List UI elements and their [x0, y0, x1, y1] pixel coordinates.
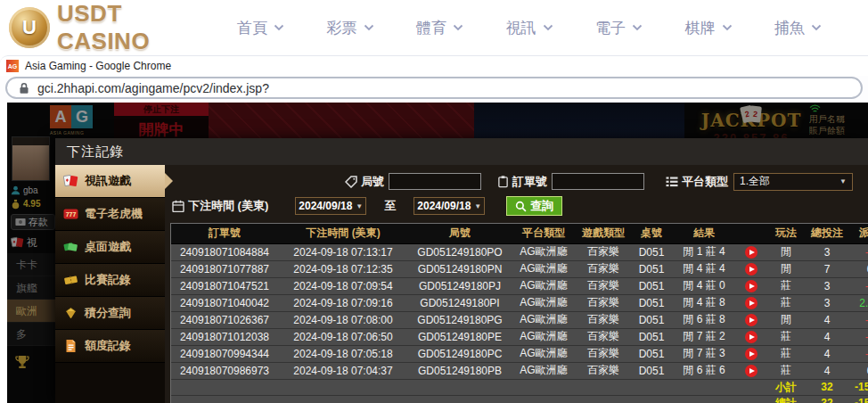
sidebar-item-label: 視訊遊戲: [85, 173, 131, 189]
chevron-down-icon: [632, 24, 643, 31]
modal-side-menu: 視訊遊戲777電子老虎機桌面遊戲比賽記錄積分查詢額度記錄: [55, 165, 165, 403]
logo-monogram: U: [22, 16, 37, 39]
nav-item-label: 體育: [416, 18, 446, 38]
browser-viewport: A G ASIA GAMING 停止下注 開牌中 22 JACKPOT 220,…: [0, 103, 868, 403]
table-row: 2409180709943442024-09-18 07:05:18GD0512…: [171, 345, 868, 362]
chevron-down-icon: [722, 24, 733, 31]
play-icon: [749, 317, 755, 323]
chevron-down-icon: [364, 24, 374, 31]
search-button[interactable]: 查詢: [506, 196, 562, 216]
nav-item-4[interactable]: 電子: [595, 18, 643, 38]
sidebar-item-label: 積分查詢: [85, 305, 131, 321]
round-label: 局號: [345, 174, 384, 190]
sidebar-item-label: 額度記錄: [85, 338, 131, 354]
column-header-10: 派彩: [848, 224, 868, 243]
modal-title: 下注記錄: [55, 138, 868, 165]
subtotal-row: 小計32-15.1520.85: [171, 379, 868, 395]
nav-item-0[interactable]: 首頁: [237, 18, 284, 38]
bet-time-label: 下注時間 (美東): [172, 198, 268, 214]
chevron-down-icon: [453, 24, 463, 31]
nav-item-2[interactable]: 體育: [416, 18, 463, 38]
play-icon: [749, 368, 755, 374]
betting-records-modal: 下注記錄 視訊遊戲777電子老虎機桌面遊戲比賽記錄積分查詢額度記錄 局號: [55, 138, 868, 403]
sidebar-item-slot[interactable]: 777電子老虎機: [55, 198, 165, 231]
nav-item-label: 首頁: [237, 18, 267, 38]
chevron-down-icon: [811, 24, 822, 31]
table-row: 2409180710778872024-09-18 07:12:35GD0512…: [171, 260, 868, 277]
url-text: gci.2hhapi.com/agingame/pcv2/index.jsp?: [37, 81, 269, 95]
platform-type-select[interactable]: 1.全部 ▼: [733, 173, 853, 191]
sidebar-item-document[interactable]: 額度記錄: [55, 330, 165, 363]
column-header-7: [736, 224, 766, 243]
tag-icon: [345, 176, 357, 188]
sidebar-item-table-games[interactable]: 桌面遊戲: [55, 231, 165, 264]
play-video-button[interactable]: [745, 331, 757, 343]
play-icon: [749, 334, 755, 340]
nav-item-label: 彩票: [327, 18, 357, 38]
date-to-picker[interactable]: 2024/09/18▼: [414, 197, 485, 215]
play-video-button[interactable]: [745, 263, 757, 276]
play-video-button[interactable]: [745, 280, 757, 292]
column-header-3: 平台類型: [512, 224, 576, 243]
nav-item-6[interactable]: 捕魚: [774, 18, 822, 38]
platform-type-value: 1.全部: [740, 174, 770, 189]
order-input[interactable]: [552, 173, 644, 190]
nav-item-label: 視訊: [506, 18, 536, 38]
clipboard-icon: [497, 175, 509, 188]
play-video-button[interactable]: [745, 348, 757, 360]
ag-favicon-icon: AG: [6, 60, 19, 72]
list-icon: [666, 177, 678, 187]
nav-item-3[interactable]: 視訊: [506, 18, 553, 38]
play-icon: [749, 351, 755, 357]
play-icon: [749, 284, 755, 289]
slot-icon: 777: [63, 207, 78, 221]
play-video-button[interactable]: [745, 297, 757, 309]
chevron-down-icon: ▼: [356, 202, 363, 210]
svg-text:777: 777: [66, 211, 77, 218]
chevron-down-icon: [543, 24, 553, 31]
date-from-picker[interactable]: 2024/09/18▼: [295, 197, 366, 215]
document-icon: [63, 339, 78, 353]
table-row: 2409180710120382024-09-18 07:06:50GD0512…: [171, 328, 868, 345]
nav-item-5[interactable]: 棋牌: [685, 18, 733, 38]
order-label: 訂單號: [497, 174, 547, 190]
chevron-down-icon: ▼: [839, 177, 847, 185]
calendar-icon: [172, 200, 184, 212]
sidebar-item-gem[interactable]: 積分查詢: [55, 297, 165, 330]
site-logo[interactable]: U USDT CASINO: [0, 0, 212, 55]
table-games-icon: [63, 240, 78, 254]
play-icon: [749, 300, 755, 306]
column-header-8: 玩法: [766, 224, 806, 243]
ag-lobby-background: A G ASIA GAMING 停止下注 開牌中 22 JACKPOT 220,…: [7, 103, 868, 403]
to-label: 至: [384, 198, 396, 214]
table-row: 2409180709869732024-09-18 07:04:37GD0512…: [171, 362, 868, 379]
nav-item-label: 電子: [595, 18, 626, 38]
platform-type-label: 平台類型: [666, 174, 728, 190]
browser-titlebar: AG Asia Gaming - Google Chrome: [0, 55, 868, 76]
column-header-4: 遊戲類型: [576, 224, 631, 243]
gem-icon: [63, 306, 78, 320]
sidebar-item-label: 電子老虎機: [85, 206, 143, 222]
play-video-button[interactable]: [745, 314, 757, 326]
play-video-button[interactable]: [745, 365, 757, 377]
column-header-9: 總投注: [806, 224, 848, 243]
cards-icon: [63, 174, 78, 188]
table-row: 2409180710848842024-09-18 07:13:17GD0512…: [171, 243, 868, 260]
site-nav: 首頁彩票體育視訊電子棋牌捕魚: [212, 18, 868, 38]
play-video-button[interactable]: [745, 246, 757, 259]
filter-row-1: 局號 訂單號: [170, 169, 868, 193]
nav-item-1[interactable]: 彩票: [327, 18, 374, 38]
magnifier-icon: [515, 201, 527, 212]
url-bar[interactable]: gci.2hhapi.com/agingame/pcv2/index.jsp?: [5, 77, 863, 99]
column-header-5: 桌號: [631, 224, 672, 243]
sidebar-item-label: 桌面遊戲: [85, 239, 131, 255]
round-input[interactable]: [389, 173, 481, 190]
column-header-6: 結果: [672, 224, 736, 243]
sidebar-item-cards[interactable]: 視訊遊戲: [55, 165, 165, 198]
site-logo-text: USDT CASINO: [57, 0, 212, 55]
sidebar-item-ticket[interactable]: 比賽記錄: [55, 264, 165, 297]
browser-window-title: Asia Gaming - Google Chrome: [25, 60, 171, 72]
browser-urlbar-row: gci.2hhapi.com/agingame/pcv2/index.jsp?: [0, 76, 868, 103]
table-row: 2409180710263672024-09-18 07:08:00GD0512…: [171, 311, 868, 328]
nav-item-label: 棋牌: [685, 18, 716, 38]
